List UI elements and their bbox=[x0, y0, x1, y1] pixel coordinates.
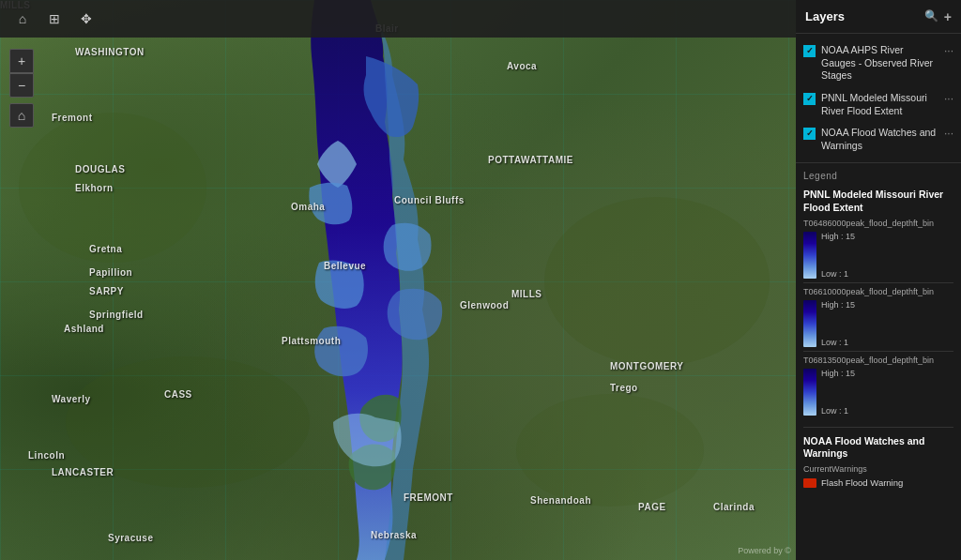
layer-item-noaa[interactable]: NOAA Flood Watches and Warnings ··· bbox=[796, 122, 961, 157]
sidebar: Layers 🔍 + NOAA AHPS River Gauges - Obse… bbox=[796, 0, 961, 560]
layer-item-flood[interactable]: PNNL Modeled Missouri River Flood Extent… bbox=[796, 87, 961, 122]
layer-checkbox-noaa[interactable] bbox=[803, 128, 816, 140]
label-glenwood: Glenwood bbox=[460, 300, 509, 310]
label-avoca: Avoca bbox=[507, 61, 537, 71]
legend-flash-flood-color bbox=[803, 478, 816, 488]
home-toolbar-btn[interactable]: ⌂ bbox=[8, 4, 38, 34]
legend-group-noaa-title: NOAA Flood Watches and Warnings bbox=[803, 435, 953, 461]
map-container[interactable]: WASHINGTON Blair Avoca Fremont DOUGLAS E… bbox=[0, 0, 796, 560]
layer-checkbox-flood[interactable] bbox=[803, 93, 816, 105]
search-icon[interactable]: 🔍 bbox=[924, 9, 938, 24]
legend-title: Legend bbox=[803, 171, 953, 181]
legend-noaa-item-1: Flash Flood Warning bbox=[803, 477, 953, 488]
flood-overlay bbox=[0, 0, 796, 560]
add-layer-icon[interactable]: + bbox=[944, 9, 952, 24]
legend-high-3: High : 15 bbox=[821, 369, 855, 378]
layer-name-gauges: NOAA AHPS River Gauges - Observed River … bbox=[821, 44, 938, 83]
label-council-bluffs: Council Bluffs bbox=[394, 195, 465, 205]
legend-item-3: T06813500peak_flood_depthft_bin High : 1… bbox=[803, 356, 953, 416]
label-sarpy: SARPY bbox=[89, 286, 124, 296]
legend-item-1: T06486000peak_flood_depthft_bin High : 1… bbox=[803, 219, 953, 279]
legend-section: Legend PNNL Modeled Missouri River Flood… bbox=[796, 163, 961, 560]
label-ashland: Ashland bbox=[64, 324, 104, 334]
layers-list: NOAA AHPS River Gauges - Observed River … bbox=[796, 34, 961, 163]
label-fremont-county: FREMONT bbox=[404, 492, 453, 503]
legend-noaa-sub: CurrentWarnings bbox=[803, 464, 953, 474]
map-controls: + − ⌂ bbox=[9, 49, 34, 128]
layer-menu-noaa[interactable]: ··· bbox=[944, 127, 953, 142]
label-trego: Trego bbox=[610, 383, 638, 393]
label-springfield: Springfield bbox=[89, 310, 144, 320]
layers-header: Layers 🔍 + bbox=[796, 0, 961, 34]
layer-checkbox-gauges[interactable] bbox=[803, 45, 816, 57]
label-papillion: Papillion bbox=[89, 267, 132, 278]
legend-group-pnnl: PNNL Modeled Missouri River Flood Extent… bbox=[803, 189, 953, 415]
label-montgomery: MONTGOMERY bbox=[610, 361, 684, 371]
legend-item-2: T06610000peak_flood_depthft_bin High : 1… bbox=[803, 287, 953, 347]
label-lincoln: Lincoln bbox=[28, 450, 65, 461]
legend-low-2: Low : 1 bbox=[821, 338, 855, 347]
layer-menu-flood[interactable]: ··· bbox=[944, 92, 953, 107]
legend-high-2: High : 15 bbox=[821, 300, 855, 310]
legend-group-noaa: NOAA Flood Watches and Warnings CurrentW… bbox=[803, 435, 953, 488]
legend-low-3: Low : 1 bbox=[821, 406, 855, 416]
legend-gradient-2 bbox=[803, 300, 816, 347]
grid-toolbar-btn[interactable]: ⊞ bbox=[39, 4, 69, 34]
label-fremont: Fremont bbox=[52, 113, 93, 123]
svg-point-2 bbox=[544, 197, 770, 366]
legend-gradient-1 bbox=[803, 232, 816, 279]
zoom-in-btn[interactable]: + bbox=[9, 49, 34, 73]
label-waverly: Waverly bbox=[52, 394, 90, 404]
layer-item-gauges[interactable]: NOAA AHPS River Gauges - Observed River … bbox=[796, 39, 961, 87]
label-cass: CASS bbox=[164, 389, 192, 400]
layer-name-noaa: NOAA Flood Watches and Warnings bbox=[821, 127, 938, 152]
label-syracuse: Syracuse bbox=[108, 533, 153, 543]
legend-sub3: T06813500peak_flood_depthft_bin bbox=[803, 356, 953, 365]
label-clarinda: Clarinda bbox=[713, 502, 755, 512]
label-pottawattamie: POTTAWATTAMIE bbox=[488, 155, 573, 165]
label-plattsmouth: Plattsmouth bbox=[282, 336, 341, 346]
layer-menu-gauges[interactable]: ··· bbox=[944, 44, 953, 59]
label-gretna: Gretna bbox=[89, 244, 122, 254]
legend-group-pnnl-title: PNNL Modeled Missouri River Flood Extent bbox=[803, 189, 953, 214]
map-toolbar: ⌂ ⊞ ✥ bbox=[0, 0, 796, 38]
legend-low-1: Low : 1 bbox=[821, 269, 855, 279]
layers-title: Layers bbox=[805, 9, 845, 23]
layer-name-flood: PNNL Modeled Missouri River Flood Extent bbox=[821, 92, 938, 117]
legend-gradient-3 bbox=[803, 369, 816, 416]
legend-flash-flood-label: Flash Flood Warning bbox=[821, 477, 903, 488]
svg-point-4 bbox=[516, 394, 704, 507]
label-bellevue: Bellevue bbox=[324, 261, 366, 271]
zoom-out-btn[interactable]: − bbox=[9, 73, 34, 98]
label-shenandoah: Shenandoah bbox=[530, 495, 591, 506]
legend-sub2: T06610000peak_flood_depthft_bin bbox=[803, 287, 953, 296]
label-washington: WASHINGTON bbox=[75, 47, 145, 57]
label-lancaster: LANCASTER bbox=[52, 467, 114, 477]
menu-toolbar-btn[interactable]: ✥ bbox=[71, 4, 101, 34]
label-douglas: DOUGLAS bbox=[75, 164, 126, 174]
powered-by: Powered by © bbox=[738, 546, 791, 555]
label-page: PAGE bbox=[638, 502, 666, 512]
legend-high-1: High : 15 bbox=[821, 232, 855, 241]
home-btn[interactable]: ⌂ bbox=[9, 103, 34, 128]
label-omaha: Omaha bbox=[291, 202, 325, 212]
legend-sub1: T06486000peak_flood_depthft_bin bbox=[803, 219, 953, 228]
label-elkhorn: Elkhorn bbox=[75, 183, 114, 193]
label-mills: MILLS bbox=[511, 289, 542, 299]
label-nebraska: Nebraska bbox=[371, 530, 417, 540]
